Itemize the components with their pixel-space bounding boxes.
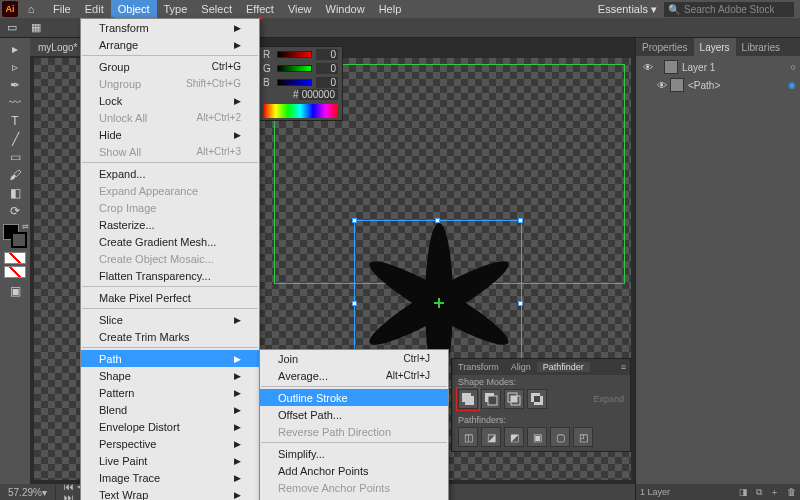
expand-button[interactable]: Expand bbox=[593, 394, 624, 404]
eraser-tool[interactable]: ◧ bbox=[3, 184, 27, 202]
tab-pathfinder[interactable]: Pathfinder bbox=[537, 362, 590, 372]
menu-item-offset-path[interactable]: Offset Path... bbox=[260, 406, 448, 423]
grid-icon[interactable]: ▦ bbox=[28, 20, 44, 36]
none-swatch[interactable] bbox=[4, 252, 26, 264]
crop-button[interactable]: ▣ bbox=[527, 427, 547, 447]
tab-layers[interactable]: Layers bbox=[694, 38, 736, 56]
selection-tool[interactable]: ▸ bbox=[3, 40, 27, 58]
menu-view[interactable]: View bbox=[281, 0, 319, 18]
menu-item-make-pixel-perfect[interactable]: Make Pixel Perfect bbox=[81, 289, 259, 306]
tab-align[interactable]: Align bbox=[505, 362, 537, 372]
tab-properties[interactable]: Properties bbox=[636, 38, 694, 56]
exclude-button[interactable] bbox=[527, 389, 547, 409]
menu-item-join[interactable]: JoinCtrl+J bbox=[260, 350, 448, 367]
none-swatch-2[interactable] bbox=[4, 266, 26, 278]
outline-button[interactable]: ▢ bbox=[550, 427, 570, 447]
home-icon[interactable]: ⌂ bbox=[22, 0, 40, 18]
menu-item-average[interactable]: Average...Alt+Ctrl+J bbox=[260, 367, 448, 384]
channel-value[interactable]: 0 bbox=[316, 77, 338, 88]
path-submenu[interactable]: JoinCtrl+JAverage...Alt+Ctrl+JOutline St… bbox=[259, 349, 449, 500]
line-tool[interactable]: ╱ bbox=[3, 130, 27, 148]
menu-item-transform[interactable]: Transform▶ bbox=[81, 19, 259, 36]
visibility-icon[interactable]: 👁 bbox=[654, 80, 670, 91]
minus-back-button[interactable]: ◰ bbox=[573, 427, 593, 447]
panel-menu-icon[interactable]: ≡ bbox=[617, 362, 630, 372]
color-channel-g[interactable]: G0 bbox=[259, 61, 342, 75]
menu-type[interactable]: Type bbox=[157, 0, 195, 18]
menu-item-live-paint[interactable]: Live Paint▶ bbox=[81, 452, 259, 469]
bbox-handle-e[interactable] bbox=[518, 301, 523, 306]
new-layer-icon[interactable]: ＋ bbox=[766, 486, 783, 499]
channel-slider[interactable] bbox=[277, 79, 312, 86]
menu-file[interactable]: File bbox=[46, 0, 78, 18]
layer-action-icon[interactable]: ◨ bbox=[735, 487, 752, 497]
menu-help[interactable]: Help bbox=[372, 0, 409, 18]
new-sublayer-icon[interactable]: ⧉ bbox=[752, 487, 766, 498]
fill-stroke-control[interactable]: ⇄ bbox=[3, 224, 27, 248]
channel-value[interactable]: 0 bbox=[316, 63, 338, 74]
direct-selection-tool[interactable]: ▹ bbox=[3, 58, 27, 76]
screen-mode-icon[interactable]: ▣ bbox=[3, 282, 27, 300]
minus-front-button[interactable] bbox=[481, 389, 501, 409]
bbox-handle-w[interactable] bbox=[352, 301, 357, 306]
pathfinder-panel[interactable]: Transform Align Pathfinder ≡ Shape Modes… bbox=[451, 358, 631, 452]
tab-libraries[interactable]: Libraries bbox=[736, 38, 786, 56]
color-spectrum[interactable] bbox=[263, 104, 338, 118]
object-menu[interactable]: Transform▶Arrange▶GroupCtrl+GUngroupShif… bbox=[80, 18, 260, 500]
swap-fill-stroke-icon[interactable]: ⇄ bbox=[22, 222, 29, 231]
menu-item-path[interactable]: Path▶ bbox=[81, 350, 259, 367]
color-panel[interactable]: R0G0B0 # 000000 bbox=[258, 46, 343, 121]
search-stock-input[interactable]: 🔍 Search Adobe Stock bbox=[664, 2, 794, 17]
menu-item-pattern[interactable]: Pattern▶ bbox=[81, 384, 259, 401]
menu-item-slice[interactable]: Slice▶ bbox=[81, 311, 259, 328]
channel-value[interactable]: 0 bbox=[316, 49, 338, 60]
tab-transform[interactable]: Transform bbox=[452, 362, 505, 372]
menu-item-create-gradient-mesh[interactable]: Create Gradient Mesh... bbox=[81, 233, 259, 250]
color-channel-r[interactable]: R0 bbox=[259, 47, 342, 61]
channel-slider[interactable] bbox=[277, 51, 312, 58]
intersect-button[interactable] bbox=[504, 389, 524, 409]
menu-item-envelope-distort[interactable]: Envelope Distort▶ bbox=[81, 418, 259, 435]
bbox-handle-nw[interactable] bbox=[352, 218, 357, 223]
target-icon[interactable]: ◉ bbox=[788, 80, 796, 90]
zoom-level[interactable]: 57.29% ▾ bbox=[0, 484, 56, 500]
channel-slider[interactable] bbox=[277, 65, 312, 72]
menu-item-arrange[interactable]: Arrange▶ bbox=[81, 36, 259, 53]
hex-value[interactable]: 000000 bbox=[299, 89, 338, 100]
merge-button[interactable]: ◩ bbox=[504, 427, 524, 447]
pen-tool[interactable]: ✒ bbox=[3, 76, 27, 94]
doc-setup-icon[interactable]: ▭ bbox=[4, 20, 20, 36]
menu-edit[interactable]: Edit bbox=[78, 0, 111, 18]
rectangle-tool[interactable]: ▭ bbox=[3, 148, 27, 166]
menu-item-lock[interactable]: Lock▶ bbox=[81, 92, 259, 109]
menu-select[interactable]: Select bbox=[194, 0, 239, 18]
type-tool[interactable]: T bbox=[3, 112, 27, 130]
layer-row[interactable]: 👁 <Path> ◉ bbox=[636, 76, 800, 94]
menu-item-blend[interactable]: Blend▶ bbox=[81, 401, 259, 418]
menu-item-expand[interactable]: Expand... bbox=[81, 165, 259, 182]
menu-window[interactable]: Window bbox=[319, 0, 372, 18]
trim-button[interactable]: ◪ bbox=[481, 427, 501, 447]
bbox-handle-n[interactable] bbox=[435, 218, 440, 223]
menu-item-add-anchor-points[interactable]: Add Anchor Points bbox=[260, 462, 448, 479]
delete-layer-icon[interactable]: 🗑 bbox=[783, 487, 800, 497]
brush-tool[interactable]: 🖌 bbox=[3, 166, 27, 184]
menu-item-hide[interactable]: Hide▶ bbox=[81, 126, 259, 143]
color-channel-b[interactable]: B0 bbox=[259, 75, 342, 89]
menu-item-outline-stroke[interactable]: Outline Stroke bbox=[260, 389, 448, 406]
menu-effect[interactable]: Effect bbox=[239, 0, 281, 18]
bbox-handle-ne[interactable] bbox=[518, 218, 523, 223]
menu-item-simplify[interactable]: Simplify... bbox=[260, 445, 448, 462]
menu-item-create-trim-marks[interactable]: Create Trim Marks bbox=[81, 328, 259, 345]
menu-item-text-wrap[interactable]: Text Wrap▶ bbox=[81, 486, 259, 500]
divide-button[interactable]: ◫ bbox=[458, 427, 478, 447]
curvature-tool[interactable]: 〰 bbox=[3, 94, 27, 112]
unite-button[interactable] bbox=[458, 389, 478, 409]
visibility-icon[interactable]: 👁 bbox=[640, 62, 656, 73]
menu-object[interactable]: Object bbox=[111, 0, 157, 18]
menu-item-flatten-transparency[interactable]: Flatten Transparency... bbox=[81, 267, 259, 284]
workspace-switcher[interactable]: Essentials ▾ bbox=[591, 0, 664, 18]
menu-item-image-trace[interactable]: Image Trace▶ bbox=[81, 469, 259, 486]
target-icon[interactable]: ○ bbox=[791, 62, 796, 72]
stroke-swatch[interactable] bbox=[11, 232, 27, 248]
